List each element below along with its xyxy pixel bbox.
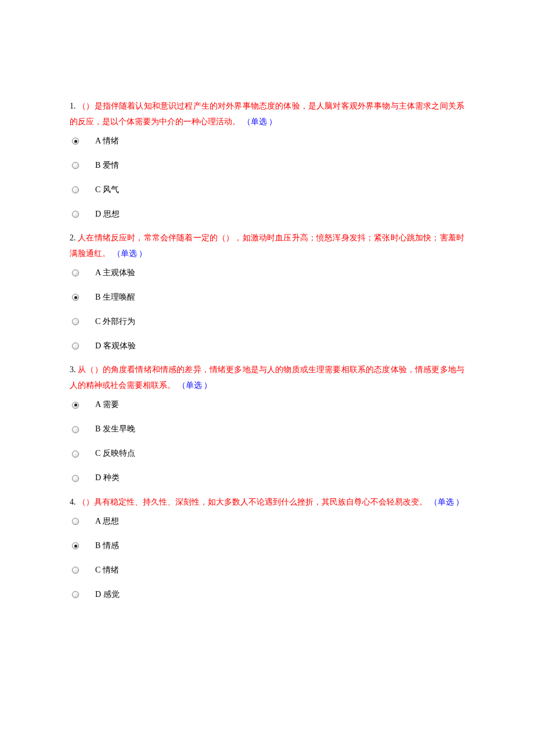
option-row[interactable]: B 情感 (70, 538, 464, 554)
question-1: 1. （）是指伴随着认知和意识过程产生的对外界事物态度的体验，是人脑对客观外界事… (70, 99, 464, 222)
question-text: 从（）的角度看情绪和情感的差异，情绪更多地是与人的物质或生理需要相联系的态度体验… (70, 365, 464, 390)
question-4: 4. （）具有稳定性、持久性、深刻性，如大多数人不论遇到什么挫折，其民族自尊心不… (70, 495, 464, 603)
option-label: A 主观体验 (95, 265, 135, 281)
radio-button[interactable] (72, 567, 79, 574)
option-label: B 情感 (95, 538, 119, 554)
radio-wrap (70, 294, 95, 301)
question-number: 3. (70, 365, 76, 374)
question-number: 2. (70, 233, 76, 242)
option-label: C 外部行为 (95, 314, 135, 330)
radio-wrap (70, 318, 95, 325)
radio-wrap (70, 518, 95, 525)
option-label: A 思想 (95, 514, 119, 530)
option-row[interactable]: C 外部行为 (70, 314, 464, 330)
radio-button[interactable] (72, 518, 79, 525)
option-label: D 客观体验 (95, 339, 136, 354)
radio-wrap (70, 591, 95, 598)
option-row[interactable]: C 反映特点 (70, 446, 464, 462)
radio-wrap (70, 162, 95, 169)
radio-wrap (70, 451, 95, 458)
option-label: D 感觉 (95, 587, 120, 603)
radio-wrap (70, 402, 95, 409)
option-label: B 生理唤醒 (95, 290, 135, 305)
option-label: A 情绪 (95, 134, 119, 149)
radio-wrap (70, 138, 95, 145)
question-type-tag: （单选 ） (113, 249, 147, 258)
radio-wrap (70, 542, 95, 549)
radio-wrap (70, 426, 95, 433)
quiz-container: 1. （）是指伴随着认知和意识过程产生的对外界事物态度的体验，是人脑对客观外界事… (70, 99, 464, 603)
radio-button[interactable] (72, 211, 79, 218)
radio-wrap (70, 343, 95, 350)
option-label: C 风气 (95, 182, 119, 198)
option-row[interactable]: A 需要 (70, 397, 464, 413)
question-type-tag: （单选 ） (178, 381, 212, 390)
radio-button[interactable] (72, 318, 79, 325)
option-row[interactable]: B 发生早晚 (70, 422, 464, 438)
radio-button[interactable] (72, 186, 79, 193)
option-label: B 发生早晚 (95, 422, 135, 437)
radio-button[interactable] (72, 162, 79, 169)
question-stem: 1. （）是指伴随着认知和意识过程产生的对外界事物态度的体验，是人脑对客观外界事… (70, 99, 464, 129)
option-label: D 种类 (95, 470, 120, 486)
question-text: （）具有稳定性、持久性、深刻性，如大多数人不论遇到什么挫折，其民族自尊心不会轻易… (78, 498, 427, 506)
radio-button[interactable] (72, 294, 79, 301)
option-row[interactable]: D 思想 (70, 206, 464, 222)
option-row[interactable]: D 种类 (70, 470, 464, 487)
option-row[interactable]: C 情绪 (70, 562, 464, 578)
question-3: 3. 从（）的角度看情绪和情感的差异，情绪更多地是与人的物质或生理需要相联系的态… (70, 362, 464, 486)
radio-wrap (70, 567, 95, 574)
option-row[interactable]: B 生理唤醒 (70, 289, 464, 305)
radio-button[interactable] (72, 426, 79, 433)
option-row[interactable]: B 爱情 (70, 157, 464, 174)
question-number: 1. (70, 102, 76, 110)
question-type-tag: （单选 ） (430, 498, 464, 506)
option-row[interactable]: A 情绪 (70, 133, 464, 149)
radio-button[interactable] (72, 138, 79, 145)
radio-wrap (70, 269, 95, 276)
question-stem: 3. 从（）的角度看情绪和情感的差异，情绪更多地是与人的物质或生理需要相联系的态… (70, 362, 464, 393)
option-row[interactable]: C 风气 (70, 182, 464, 198)
radio-button[interactable] (72, 269, 79, 276)
radio-button[interactable] (72, 542, 79, 549)
radio-button[interactable] (72, 591, 79, 598)
question-number: 4. (70, 498, 76, 506)
option-label: B 爱情 (95, 158, 119, 174)
option-row[interactable]: A 思想 (70, 513, 464, 530)
radio-wrap (70, 186, 95, 193)
option-label: D 思想 (95, 207, 120, 222)
radio-wrap (70, 475, 95, 482)
radio-button[interactable] (72, 451, 79, 458)
radio-button[interactable] (72, 475, 79, 482)
radio-wrap (70, 211, 95, 218)
question-type-tag: （单选 ） (243, 117, 277, 126)
radio-button[interactable] (72, 402, 79, 409)
question-stem: 2. 人在情绪反应时，常常会伴随着一定的（），如激动时血压升高；愤怒浑身发抖；紧… (70, 231, 464, 261)
option-label: C 反映特点 (95, 446, 135, 462)
option-label: A 需要 (95, 397, 119, 413)
question-2: 2. 人在情绪反应时，常常会伴随着一定的（），如激动时血压升高；愤怒浑身发抖；紧… (70, 231, 464, 354)
option-label: C 情绪 (95, 563, 119, 578)
option-row[interactable]: D 客观体验 (70, 338, 464, 354)
radio-button[interactable] (72, 343, 79, 350)
option-row[interactable]: D 感觉 (70, 586, 464, 603)
question-stem: 4. （）具有稳定性、持久性、深刻性，如大多数人不论遇到什么挫折，其民族自尊心不… (70, 495, 464, 510)
option-row[interactable]: A 主观体验 (70, 265, 464, 281)
